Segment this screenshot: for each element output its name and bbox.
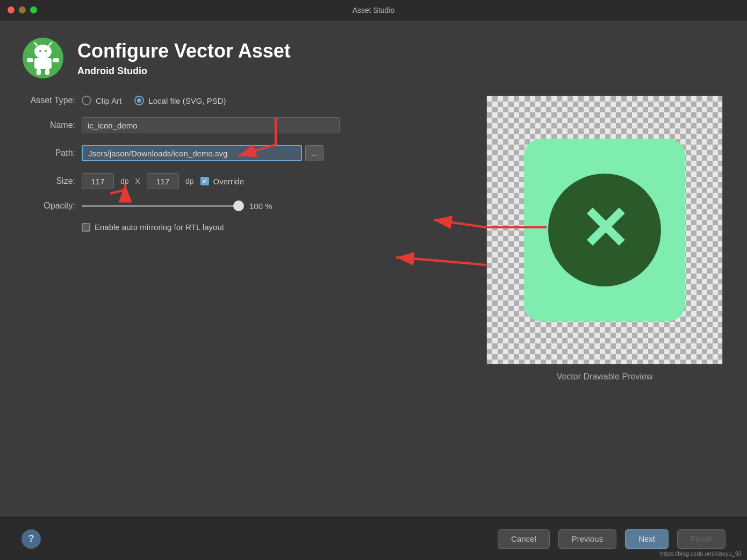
local-file-radio-circle [134, 96, 144, 105]
override-checkbox [200, 177, 209, 185]
cancel-button[interactable]: Cancel [498, 529, 550, 549]
path-label: Path: [21, 148, 75, 158]
main-content: Configure Vector Asset Android Studio As… [0, 20, 747, 517]
preview-icon-background: ✕ [524, 139, 685, 321]
next-button[interactable]: Next [625, 529, 669, 549]
svg-rect-7 [37, 69, 41, 75]
preview-x-icon: ✕ [580, 199, 629, 259]
svg-point-1 [34, 45, 52, 59]
svg-point-4 [39, 50, 41, 52]
preview-canvas: ✕ [486, 96, 723, 364]
opacity-label: Opacity: [21, 201, 75, 211]
svg-point-5 [45, 50, 47, 52]
svg-rect-9 [27, 58, 33, 62]
minimize-button[interactable] [19, 6, 26, 13]
finish-button[interactable]: Finish [677, 529, 726, 549]
name-row: Name: [21, 117, 462, 133]
dp-label-height: dp [185, 177, 194, 185]
dp-label-width: dp [120, 177, 129, 185]
page-subtitle: Android Studio [77, 66, 291, 77]
window-controls [8, 6, 37, 13]
page-title: Configure Vector Asset [77, 40, 291, 62]
rtl-checkbox-wrapper[interactable]: Enable auto mirroring for RTL layout [82, 222, 224, 232]
svg-rect-8 [45, 69, 49, 75]
opacity-slider-thumb[interactable] [233, 200, 244, 211]
name-input[interactable] [82, 117, 340, 133]
path-input-wrapper: ... [82, 145, 324, 161]
local-file-radio[interactable]: Local file (SVG, PSD) [134, 96, 226, 105]
size-width-input[interactable] [82, 173, 114, 189]
path-row: Path: ... [21, 145, 462, 161]
svg-rect-6 [34, 58, 52, 69]
asset-type-row: Asset Type: Clip Art Local file (SVG, PS… [21, 96, 462, 105]
titlebar: Asset Studio [0, 0, 747, 20]
rtl-row: Enable auto mirroring for RTL layout [21, 222, 462, 232]
bottom-bar: ? Cancel Previous Next Finish https://bl… [0, 517, 747, 560]
preview-section: ✕ Vector Drawable Preview [484, 96, 726, 517]
svg-rect-10 [53, 58, 59, 62]
local-file-label: Local file (SVG, PSD) [148, 96, 226, 105]
rtl-label: Enable auto mirroring for RTL layout [95, 222, 224, 232]
previous-button[interactable]: Previous [558, 529, 616, 549]
asset-type-radio-group: Clip Art Local file (SVG, PSD) [82, 96, 226, 105]
size-label: Size: [21, 176, 75, 186]
preview-label: Vector Drawable Preview [557, 372, 653, 382]
name-label: Name: [21, 120, 75, 130]
android-logo-icon [21, 37, 64, 80]
clip-art-label: Clip Art [96, 96, 121, 105]
form-section: Asset Type: Clip Art Local file (SVG, PS… [21, 96, 462, 517]
size-row: Size: dp X dp Override [21, 173, 462, 189]
maximize-button[interactable] [30, 6, 37, 13]
rtl-checkbox [82, 223, 90, 232]
opacity-value: 100 % [249, 202, 276, 211]
asset-type-label: Asset Type: [21, 96, 75, 105]
opacity-slider-track[interactable] [82, 205, 243, 207]
x-separator: X [135, 177, 140, 185]
browse-button[interactable]: ... [305, 145, 324, 161]
url-text: https://blog.csdn.net/xiaoyu_93 [660, 550, 742, 557]
clip-art-radio-circle [82, 96, 91, 105]
preview-icon-circle: ✕ [548, 174, 661, 286]
close-button[interactable] [8, 6, 15, 13]
bottom-left: ? [21, 529, 41, 549]
window-title: Asset Studio [353, 6, 395, 15]
opacity-slider-fill [82, 205, 243, 207]
clip-art-radio[interactable]: Clip Art [82, 96, 121, 105]
opacity-row: Opacity: 100 % [21, 201, 462, 211]
opacity-slider-wrapper: 100 % [82, 202, 276, 211]
body-section: Asset Type: Clip Art Local file (SVG, PS… [21, 96, 726, 517]
header-text: Configure Vector Asset Android Studio [77, 40, 291, 77]
override-checkbox-wrapper[interactable]: Override [200, 177, 245, 186]
size-height-input[interactable] [147, 173, 179, 189]
header: Configure Vector Asset Android Studio [21, 37, 726, 80]
path-input[interactable] [82, 145, 302, 161]
override-label: Override [213, 177, 245, 186]
help-button[interactable]: ? [21, 529, 41, 549]
